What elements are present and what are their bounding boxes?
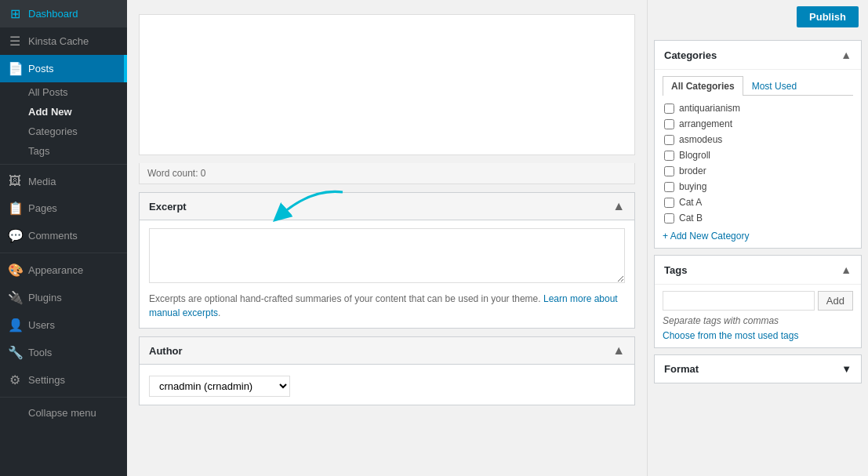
sidebar-subitem-add-new[interactable]: Add New (0, 102, 127, 122)
collapse-menu-btn[interactable]: Collapse menu (0, 401, 127, 425)
author-body: crnadmin (crnadmin) (140, 365, 634, 405)
cat-checkbox-cat-b[interactable] (664, 213, 674, 223)
editor-area[interactable] (139, 14, 635, 155)
sidebar-item-users[interactable]: 👤 Users (0, 311, 127, 339)
cat-label-broder[interactable]: broder (679, 165, 706, 176)
sidebar-divider (0, 164, 127, 165)
kinsta-cache-icon: ☰ (8, 34, 22, 49)
excerpt-title: Excerpt (149, 201, 187, 213)
sidebar-divider-3 (0, 397, 127, 398)
cat-label-antiquarianism[interactable]: antiquarianism (679, 103, 740, 114)
cat-label-cat-a[interactable]: Cat A (679, 197, 702, 208)
sidebar-item-kinsta-cache[interactable]: ☰ Kinsta Cache (0, 27, 127, 55)
tools-icon: 🔧 (8, 345, 22, 360)
tags-input-row: Add (663, 291, 853, 311)
sidebar-item-plugins[interactable]: 🔌 Plugins (0, 284, 127, 311)
sidebar-item-media[interactable]: 🖼 Media (0, 168, 127, 194)
right-sidebar: Publish Categories ▲ All Categories Most… (647, 0, 868, 476)
sidebar-item-settings[interactable]: ⚙ Settings (0, 366, 127, 394)
cat-item-cat-a: Cat A (663, 194, 850, 210)
content-area: Word count: 0 Excerpt ▲ Excerpts are opt… (127, 0, 647, 476)
tab-most-used[interactable]: Most Used (743, 76, 805, 96)
plugins-icon: 🔌 (8, 290, 22, 305)
excerpt-metabox: Excerpt ▲ Excerpts are optional hand-cra… (139, 192, 635, 329)
format-title: Format (664, 363, 699, 375)
cat-checkbox-broder[interactable] (664, 166, 674, 176)
tags-most-used-link[interactable]: Choose from the most used tags (663, 330, 798, 341)
sidebar-item-pages[interactable]: 📋 Pages (0, 194, 127, 222)
categories-title: Categories (664, 49, 717, 61)
cat-item-asmodeus: asmodeus (663, 132, 850, 147)
cat-checkbox-cat-a[interactable] (664, 198, 674, 208)
excerpt-textarea[interactable] (149, 228, 625, 283)
cat-checkbox-antiquarianism[interactable] (664, 104, 674, 114)
author-toggle-btn[interactable]: ▲ (612, 343, 625, 358)
categories-toggle-icon[interactable]: ▲ (841, 49, 852, 61)
categories-body: All Categories Most Used antiquarianisma… (655, 70, 861, 248)
sidebar-item-comments[interactable]: 💬 Comments (0, 222, 127, 249)
tags-widget: Tags ▲ Add Separate tags with commas Cho… (654, 255, 862, 348)
media-icon: 🖼 (8, 174, 22, 188)
author-select[interactable]: crnadmin (crnadmin) (149, 376, 290, 397)
format-header[interactable]: Format ▼ (655, 355, 861, 383)
sidebar-subitem-all-posts[interactable]: All Posts (0, 82, 127, 102)
cat-checkbox-arrangement[interactable] (664, 119, 674, 129)
sidebar-item-label: Plugins (28, 292, 62, 303)
sidebar-item-label: Posts (28, 63, 54, 74)
tags-hint: Separate tags with commas (663, 315, 853, 326)
excerpt-header[interactable]: Excerpt ▲ (140, 193, 634, 220)
cat-item-cat-b: Cat B (663, 210, 850, 226)
publish-button[interactable]: Publish (797, 6, 859, 27)
users-icon: 👤 (8, 318, 22, 332)
sidebar-subitem-categories[interactable]: Categories (0, 122, 127, 141)
sidebar-subitem-tags[interactable]: Tags (0, 141, 127, 161)
word-count-text: Word count: 0 (147, 168, 205, 179)
cat-item-broder: broder (663, 163, 850, 179)
cat-item-arrangement: arrangement (663, 116, 850, 132)
author-title: Author (149, 345, 183, 357)
author-metabox: Author ▲ crnadmin (crnadmin) (139, 336, 635, 405)
categories-widget: Categories ▲ All Categories Most Used an… (654, 40, 862, 249)
format-widget: Format ▼ (654, 354, 862, 383)
sidebar-item-tools[interactable]: 🔧 Tools (0, 339, 127, 366)
sidebar-divider-2 (0, 253, 127, 253)
cat-checkbox-blogroll[interactable] (664, 151, 674, 161)
sidebar-item-label: Comments (28, 230, 78, 242)
excerpt-body: Excerpts are optional hand-crafted summa… (140, 220, 634, 328)
active-indicator (124, 55, 127, 82)
cat-label-cat-b[interactable]: Cat B (679, 213, 703, 223)
tags-header[interactable]: Tags ▲ (655, 256, 861, 285)
cat-label-arrangement[interactable]: arrangement (679, 118, 732, 129)
tags-add-button[interactable]: Add (818, 291, 853, 311)
author-select-wrap: crnadmin (crnadmin) (149, 376, 625, 397)
publish-bar: Publish (648, 0, 868, 34)
tags-toggle-icon[interactable]: ▲ (841, 263, 852, 276)
tags-input[interactable] (663, 291, 815, 311)
sidebar-item-posts[interactable]: 📄 Posts (0, 55, 127, 82)
excerpt-toggle-btn[interactable]: ▲ (612, 199, 625, 213)
sidebar: ⊞ Dashboard ☰ Kinsta Cache 📄 Posts All P… (0, 0, 127, 476)
author-header[interactable]: Author ▲ (140, 337, 634, 365)
add-new-category-link[interactable]: + Add New Category (663, 231, 853, 242)
categories-list: antiquarianismarrangementasmodeusBlogrol… (663, 100, 853, 226)
sidebar-item-appearance[interactable]: 🎨 Appearance (0, 256, 127, 284)
cat-checkbox-buying[interactable] (664, 182, 674, 192)
cat-label-buying[interactable]: buying (679, 181, 706, 192)
excerpt-note: Excerpts are optional hand-crafted summa… (149, 292, 625, 320)
sidebar-item-label: Appearance (28, 264, 83, 276)
pages-icon: 📋 (8, 201, 22, 216)
tags-body: Add Separate tags with commas Choose fro… (655, 285, 861, 347)
sidebar-item-dashboard[interactable]: ⊞ Dashboard (0, 0, 127, 27)
format-toggle-icon[interactable]: ▼ (841, 363, 852, 375)
word-count-bar: Word count: 0 (139, 163, 635, 184)
sidebar-item-label: Users (28, 319, 55, 331)
cat-label-blogroll[interactable]: Blogroll (679, 150, 710, 161)
tab-all-categories[interactable]: All Categories (663, 76, 743, 96)
categories-header[interactable]: Categories ▲ (655, 41, 861, 70)
tags-title: Tags (664, 264, 687, 276)
cat-item-antiquarianism: antiquarianism (663, 100, 850, 116)
cat-item-blogroll: Blogroll (663, 147, 850, 163)
cat-checkbox-asmodeus[interactable] (664, 135, 674, 145)
main-content: Word count: 0 Excerpt ▲ Excerpts are opt… (127, 0, 647, 476)
cat-label-asmodeus[interactable]: asmodeus (679, 134, 722, 145)
